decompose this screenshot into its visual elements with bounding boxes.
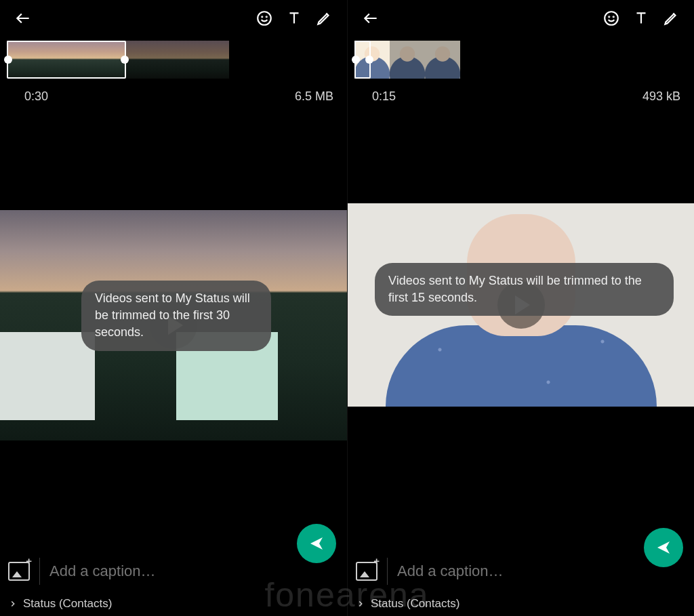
- send-icon: [655, 539, 672, 556]
- text-button[interactable]: [626, 3, 656, 33]
- emoji-button[interactable]: [596, 3, 626, 33]
- frame-thumb: [164, 41, 203, 79]
- top-bar: [0, 0, 347, 37]
- chevron-right-icon: [8, 599, 18, 609]
- svg-point-1: [262, 16, 262, 17]
- trim-meta: 0:30 6.5 MB: [7, 79, 340, 104]
- send-icon: [308, 535, 325, 552]
- send-button[interactable]: [644, 528, 683, 567]
- scene-art: [386, 325, 657, 407]
- emoji-button[interactable]: [249, 3, 279, 33]
- frame-thumb: [425, 41, 460, 79]
- video-trim[interactable]: 0:30 6.5 MB: [0, 37, 347, 104]
- frame-thumb: [354, 41, 390, 79]
- back-button[interactable]: [8, 3, 38, 33]
- screen-right: 0:15 493 kB Videos sent to My Status wil…: [347, 0, 694, 616]
- status-trim-toast: Videos sent to My Status will be trimmed…: [375, 263, 674, 316]
- send-button[interactable]: [297, 524, 336, 563]
- trim-meta: 0:15 493 kB: [354, 79, 687, 104]
- recipient-label: Status (Contacts): [371, 597, 460, 611]
- svg-point-0: [258, 12, 271, 25]
- svg-point-4: [609, 16, 609, 17]
- text-icon: [632, 9, 650, 27]
- video-duration: 0:15: [372, 89, 396, 104]
- back-button[interactable]: [356, 3, 386, 33]
- recipient-label: Status (Contacts): [23, 597, 112, 611]
- filmstrip[interactable]: [354, 41, 687, 79]
- caption-input[interactable]: [397, 562, 686, 580]
- frame-thumb: [7, 41, 46, 79]
- chevron-right-icon: [356, 599, 365, 609]
- draw-button[interactable]: [309, 3, 339, 33]
- video-trim[interactable]: 0:15 493 kB: [348, 37, 694, 104]
- caption-input[interactable]: [49, 562, 339, 580]
- pencil-icon: [662, 9, 680, 27]
- arrow-left-icon: [362, 9, 380, 27]
- smile-icon: [256, 9, 273, 27]
- svg-point-3: [605, 12, 618, 25]
- arrow-left-icon: [14, 9, 32, 27]
- frame-thumb: [390, 41, 425, 79]
- draw-button[interactable]: [656, 3, 686, 33]
- recipient-selector[interactable]: Status (Contacts): [8, 585, 339, 611]
- text-icon: [285, 9, 303, 27]
- bottom-bar: Status (Contacts): [348, 551, 694, 616]
- frame-thumb: [46, 41, 85, 79]
- svg-point-5: [613, 16, 614, 17]
- top-bar: [348, 0, 694, 37]
- add-media-button[interactable]: [8, 562, 30, 581]
- pencil-icon: [315, 9, 333, 27]
- add-media-button[interactable]: [356, 562, 377, 581]
- video-duration: 0:30: [24, 89, 48, 104]
- video-size: 493 kB: [642, 89, 680, 104]
- text-button[interactable]: [279, 3, 309, 33]
- screen-left: 0:30 6.5 MB Videos sent to My Status wil…: [0, 0, 347, 616]
- filmstrip[interactable]: [7, 41, 340, 79]
- divider: [387, 558, 388, 585]
- bottom-bar: Status (Contacts): [0, 551, 347, 616]
- video-size: 6.5 MB: [295, 89, 333, 104]
- frame-thumb: [85, 41, 125, 79]
- divider: [39, 558, 40, 585]
- svg-point-2: [266, 16, 267, 17]
- recipient-selector[interactable]: Status (Contacts): [356, 585, 686, 611]
- smile-icon: [603, 9, 620, 27]
- status-trim-toast: Videos sent to My Status will be trimmed…: [81, 281, 271, 351]
- frame-thumb: [203, 41, 229, 79]
- frame-thumb: [125, 41, 164, 79]
